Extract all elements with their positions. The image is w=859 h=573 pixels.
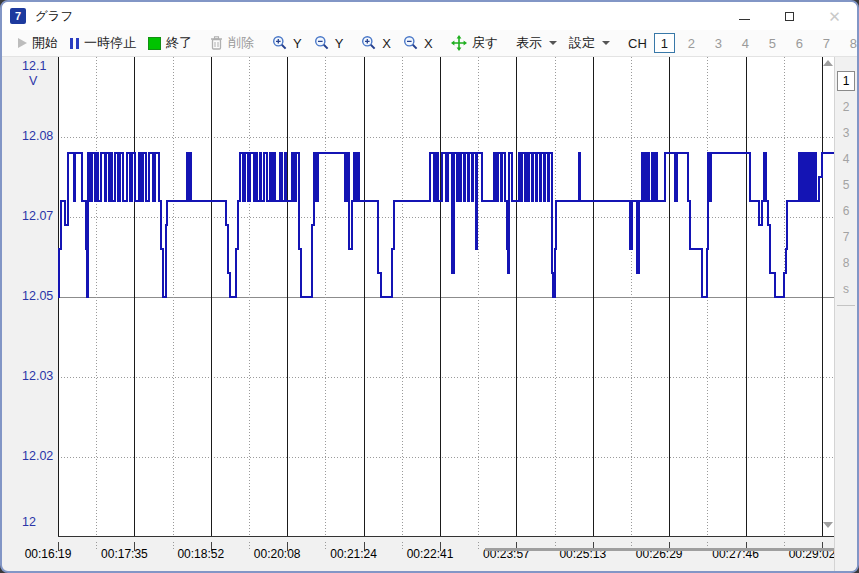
graph-window: 7 グラフ ✕ 開始 一時停止 終了 <box>0 0 859 573</box>
sidebar-channel-7[interactable]: 7 <box>836 224 856 250</box>
y-axis-unit-label: V <box>29 74 37 88</box>
stop-icon <box>148 37 161 50</box>
maximize-button[interactable] <box>767 2 812 30</box>
channel-button-1[interactable]: 1 <box>654 33 675 53</box>
stop-label: 終了 <box>166 34 192 52</box>
pause-label: 一時停止 <box>84 34 136 52</box>
close-icon: ✕ <box>828 9 841 24</box>
minimize-icon <box>739 19 750 20</box>
sidebar-channel-4[interactable]: 4 <box>836 146 856 172</box>
channel-buttons: 12345678 <box>651 33 859 53</box>
sidebar-channel-active-box: 1 <box>837 71 855 91</box>
maximize-icon <box>785 12 794 21</box>
chevron-down-icon <box>602 41 610 45</box>
y-tick-label: 12.05 <box>22 289 58 303</box>
start-button[interactable]: 開始 <box>12 31 64 55</box>
sidebar-channel-s[interactable]: s <box>836 276 856 302</box>
close-button[interactable]: ✕ <box>812 2 857 30</box>
x-tick-label: 00:18:52 <box>177 547 224 561</box>
y-tick-label: 12.08 <box>22 129 58 143</box>
window-title: グラフ <box>35 8 73 25</box>
window-controls: ✕ <box>722 2 857 30</box>
zoom-in-y-label: Y <box>293 36 302 51</box>
channel-button-3[interactable]: 3 <box>708 33 729 53</box>
y-tick-label: 12 <box>22 515 58 529</box>
channel-button-7[interactable]: 7 <box>816 33 837 53</box>
sidebar-channel-2[interactable]: 2 <box>836 94 856 120</box>
sidebar-separator <box>837 305 855 306</box>
channel-button-4[interactable]: 4 <box>735 33 756 53</box>
channel-button-2[interactable]: 2 <box>681 33 702 53</box>
x-tick-label: 00:20:08 <box>254 547 301 561</box>
sidebar-channel-6[interactable]: 6 <box>836 198 856 224</box>
y-tick-label: 12.02 <box>22 449 58 463</box>
sidebar-channel-3[interactable]: 3 <box>836 120 856 146</box>
zoom-in-x-button[interactable]: X <box>355 32 397 54</box>
zoom-out-y-label: Y <box>335 36 344 51</box>
chevron-down-icon <box>549 41 557 45</box>
zoom-in-icon <box>361 35 377 51</box>
zoom-in-y-button[interactable]: Y <box>266 32 308 54</box>
reset-view-label: 戻す <box>472 34 498 52</box>
move-arrows-icon <box>451 35 467 51</box>
minimize-button[interactable] <box>722 2 767 30</box>
x-tick-label: 00:17:35 <box>101 547 148 561</box>
y-tick-label: 12.07 <box>22 209 58 223</box>
channel-button-5[interactable]: 5 <box>762 33 783 53</box>
view-menu-button[interactable]: 表示 <box>510 31 563 55</box>
zoom-in-icon <box>272 35 288 51</box>
pause-button[interactable]: 一時停止 <box>64 31 142 55</box>
toolbar: 開始 一時停止 終了 削除 <box>2 30 857 57</box>
chart-plot-area[interactable] <box>58 57 834 537</box>
y-tick-label: 12.03 <box>22 369 58 383</box>
zoom-out-y-button[interactable]: Y <box>308 32 350 54</box>
delete-label: 削除 <box>228 34 254 52</box>
x-tick-label: 00:21:24 <box>330 547 377 561</box>
channel-side-panel: 12345678s <box>834 57 857 571</box>
trash-icon <box>210 36 223 50</box>
zoom-out-x-label: X <box>424 36 433 51</box>
settings-menu-label: 設定 <box>569 34 595 52</box>
sidebar-channel-5[interactable]: 5 <box>836 172 856 198</box>
play-icon <box>18 38 27 48</box>
delete-button[interactable]: 削除 <box>204 31 260 55</box>
channel-button-6[interactable]: 6 <box>789 33 810 53</box>
chart-svg <box>58 57 834 537</box>
start-label: 開始 <box>32 34 58 52</box>
title-bar: 7 グラフ ✕ <box>2 2 857 30</box>
scroll-down-icon[interactable] <box>823 522 833 528</box>
app-icon: 7 <box>10 8 26 24</box>
reset-view-button[interactable]: 戻す <box>445 31 504 55</box>
zoom-out-x-button[interactable]: X <box>397 32 439 54</box>
zoom-in-x-label: X <box>382 36 391 51</box>
stop-button[interactable]: 終了 <box>142 31 198 55</box>
horizontal-scrollbar-thumb[interactable] <box>485 548 847 551</box>
channel-button-8[interactable]: 8 <box>843 33 859 53</box>
x-tick-label: 00:16:19 <box>25 547 72 561</box>
channel-group-label: CH <box>628 36 647 51</box>
sidebar-channel-1[interactable]: 1 <box>836 68 856 94</box>
settings-menu-button[interactable]: 設定 <box>563 31 616 55</box>
y-tick-label: 12.1 <box>22 59 58 73</box>
pause-icon <box>70 38 79 49</box>
sidebar-channel-8[interactable]: 8 <box>836 250 856 276</box>
view-menu-label: 表示 <box>516 34 542 52</box>
scroll-up-icon[interactable] <box>823 60 833 66</box>
x-tick-label: 00:22:41 <box>407 547 454 561</box>
voltage-trace <box>58 153 834 297</box>
zoom-out-icon <box>403 35 419 51</box>
zoom-out-icon <box>314 35 330 51</box>
